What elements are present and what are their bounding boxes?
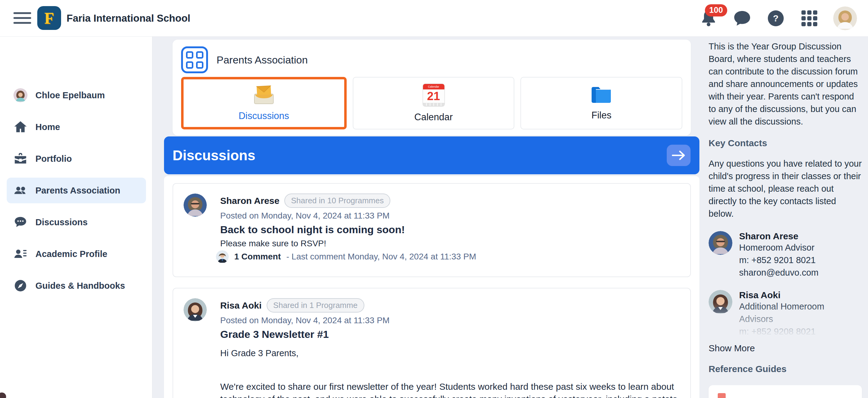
- apps-grid-button[interactable]: [800, 8, 819, 28]
- discussions-list-panel: Sharon Arese Shared in 10 Programmes Pos…: [164, 176, 700, 398]
- reference-guide-card[interactable]: [709, 385, 862, 398]
- topbar-user-avatar[interactable]: [833, 6, 857, 30]
- contact-role: Homeroom Advisor: [739, 241, 818, 254]
- sidebar-item-portfolio[interactable]: Portfolio: [7, 146, 146, 171]
- shared-badge: Shared in 1 Programme: [267, 298, 364, 312]
- sidebar-item-academic-profile[interactable]: Academic Profile: [7, 241, 146, 267]
- grid-icon: [801, 10, 817, 26]
- comment-summary[interactable]: 1 Comment - Last comment Monday, Nov 4, …: [216, 250, 476, 263]
- reference-guides-heading: Reference Guides: [709, 364, 786, 374]
- post-title[interactable]: Grade 3 Newsletter #1: [220, 328, 680, 340]
- sidebar-user-avatar: [13, 88, 28, 102]
- key-contacts-heading: Key Contacts: [709, 138, 862, 148]
- corner-avatar-peek: [0, 393, 6, 398]
- go-to-discussions-button[interactable]: [667, 145, 690, 166]
- document-icon: [718, 393, 726, 398]
- sidebar-item-discussions[interactable]: Discussions: [7, 209, 146, 235]
- post-greeting: Hi Grade 3 Parents,: [220, 348, 680, 358]
- module-cards: Discussions Calendar 21 Calendar Files: [181, 77, 682, 129]
- sidebar-item-guides-handbooks[interactable]: Guides & Handbooks: [7, 273, 146, 298]
- author-avatar: [184, 298, 207, 321]
- contact-email[interactable]: sharon@eduvo.com: [739, 266, 818, 279]
- last-comment-date: - Last comment Monday, Nov 4, 2024 at 11…: [286, 252, 476, 262]
- commenter-avatar: [216, 250, 229, 263]
- briefcase-icon: [13, 152, 28, 166]
- contact-card: Risa Aoki Additional Homeroom Advisors m…: [709, 290, 862, 338]
- card-label: Calendar: [414, 112, 453, 123]
- files-card[interactable]: Files: [521, 77, 682, 129]
- sidebar-item-label: Discussions: [35, 217, 88, 227]
- app-root: F Faria International School 100 ?: [0, 0, 868, 398]
- right-sidebar: This is the Year Group Discussion Board,…: [703, 37, 868, 398]
- contact-avatar: [709, 231, 733, 255]
- logo-letter: F: [44, 9, 54, 27]
- folder-icon: [590, 86, 613, 104]
- banner-title: Discussions: [173, 147, 255, 164]
- contact-phone: m: +852 9201 8021: [739, 254, 818, 266]
- help-button[interactable]: ?: [766, 8, 785, 28]
- sidebar-item-label: Parents Association: [35, 186, 120, 196]
- sidebar-item-label: Academic Profile: [35, 249, 107, 259]
- sidebar-user-name: Chloe Epelbaum: [35, 90, 105, 100]
- notification-count-badge: 100: [705, 4, 727, 16]
- school-logo[interactable]: F: [37, 6, 61, 30]
- parents-association-panel: Parents Association Discussions Calendar…: [173, 40, 691, 135]
- board-description: This is the Year Group Discussion Board,…: [709, 40, 862, 128]
- contact-card: Sharon Arese Homeroom Advisor m: +852 92…: [709, 231, 862, 279]
- panel-title: Parents Association: [217, 54, 308, 66]
- discussions-banner: Discussions: [164, 136, 700, 174]
- shared-badge: Shared in 10 Programmes: [284, 194, 390, 208]
- contact-phone: m: +852 9208 8021: [739, 325, 849, 338]
- calendar-card[interactable]: Calendar 21 Calendar: [353, 77, 515, 129]
- post-author[interactable]: Risa Aoki: [220, 300, 262, 311]
- calendar-icon: Calendar 21: [423, 84, 445, 106]
- people-icon: [13, 184, 28, 197]
- contact-avatar: [709, 290, 733, 314]
- contact-role: Additional Homeroom Advisors: [739, 300, 849, 325]
- author-avatar: [184, 194, 207, 217]
- comment-count: 1 Comment: [234, 252, 281, 262]
- messages-button[interactable]: [733, 8, 752, 28]
- sidebar-item-parents-association[interactable]: Parents Association: [7, 178, 146, 203]
- sidebar-item-profile[interactable]: Chloe Epelbaum: [7, 82, 146, 108]
- sidebar-item-label: Guides & Handbooks: [35, 281, 125, 291]
- person-lines-icon: [13, 247, 28, 261]
- show-more-button[interactable]: Show More ›: [709, 342, 867, 355]
- school-name: Faria International School: [67, 0, 190, 37]
- post-title[interactable]: Back to school night is coming soon!: [220, 224, 680, 236]
- home-icon: [13, 120, 28, 134]
- sidebar-item-label: Home: [35, 122, 60, 132]
- post-date: Posted on Monday, Nov 4, 2024 at 11:33 P…: [220, 211, 680, 221]
- notifications-button[interactable]: 100: [699, 8, 718, 28]
- post-date: Posted on Monday, Nov 4, 2024 at 11:33 P…: [220, 316, 680, 325]
- contact-name: Sharon Arese: [739, 231, 818, 241]
- card-label: Files: [591, 110, 611, 121]
- card-label: Discussions: [239, 110, 289, 122]
- hamburger-menu-icon[interactable]: [13, 12, 31, 25]
- left-sidebar: Chloe Epelbaum Home Portfolio Parents As…: [0, 37, 153, 398]
- post-author[interactable]: Sharon Arese: [220, 196, 279, 206]
- key-contacts-description: Any questions you have related to your c…: [709, 158, 862, 220]
- sidebar-item-home[interactable]: Home: [7, 114, 146, 140]
- chat-bubble-icon: [734, 10, 751, 26]
- question-icon: ?: [768, 10, 784, 26]
- discussions-card[interactable]: Discussions: [181, 77, 347, 129]
- arrow-right-icon: [672, 150, 685, 161]
- envelope-icon: [252, 85, 276, 105]
- sidebar-item-label: Portfolio: [35, 154, 72, 164]
- contact-name: Risa Aoki: [739, 290, 849, 300]
- discussion-post[interactable]: Sharon Arese Shared in 10 Programmes Pos…: [173, 183, 691, 277]
- speech-bubble-icon: [13, 215, 28, 229]
- post-body-text: Please make sure to RSVP!: [220, 239, 680, 248]
- topbar-icons: 100 ?: [699, 0, 857, 37]
- discussion-post[interactable]: Risa Aoki Shared in 1 Programme Posted o…: [173, 288, 691, 398]
- topbar: F Faria International School 100 ?: [0, 0, 868, 37]
- post-paragraph: We're excited to share our first newslet…: [220, 380, 680, 398]
- show-more-label: Show More: [709, 343, 755, 354]
- compass-icon: [13, 279, 28, 293]
- dashboard-grid-icon: [181, 46, 208, 73]
